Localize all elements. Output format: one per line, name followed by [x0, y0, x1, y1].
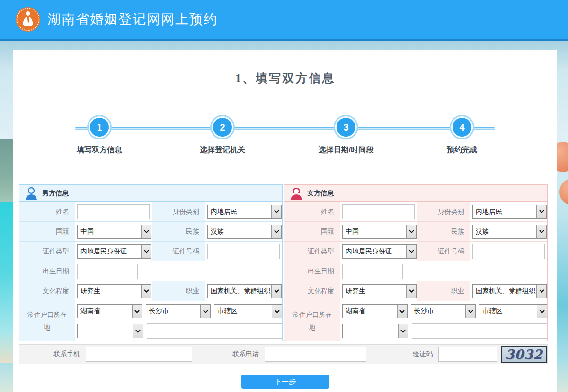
female-address-input[interactable]	[412, 323, 547, 339]
chevron-down-icon	[536, 205, 546, 218]
female-district-select[interactable]: 市辖区	[479, 304, 547, 318]
next-step-button[interactable]: 下一步	[241, 375, 329, 389]
chevron-down-icon	[271, 205, 281, 218]
civil-affairs-logo-icon	[15, 7, 41, 32]
male-doc-no-input[interactable]	[207, 244, 280, 259]
step-4: 4 预约完成	[447, 118, 477, 155]
female-id-type-select[interactable]: 内地居民	[472, 205, 547, 219]
content-panel: 1、填写双方信息 1 填写双方信息 2 选择登记机关 3 选择日期/时间段 4 …	[13, 50, 557, 392]
male-city-select[interactable]: 长沙市	[146, 304, 211, 318]
chevron-down-icon	[271, 225, 281, 238]
step-4-circle: 4	[453, 118, 471, 137]
chevron-down-icon	[406, 225, 416, 238]
female-street-select[interactable]	[342, 324, 408, 338]
female-panel-header: 女方信息	[284, 184, 548, 202]
step-indicator: 1 填写双方信息 2 选择登记机关 3 选择日期/时间段 4 预约完成	[13, 111, 557, 163]
female-birth-label: 出生日期	[284, 261, 340, 281]
male-street-select[interactable]	[77, 324, 143, 338]
background-trees	[0, 139, 14, 203]
chevron-down-icon	[537, 305, 547, 318]
step-1-circle: 1	[90, 118, 109, 137]
female-ethnicity-select[interactable]: 汉族	[472, 225, 547, 239]
chevron-down-icon	[133, 324, 143, 338]
chevron-down-icon	[406, 285, 416, 298]
contact-bar: 联系手机 联系电话 验证码 3032	[19, 344, 548, 364]
male-ethnicity-select[interactable]: 汉族	[207, 225, 282, 239]
chevron-down-icon	[397, 305, 407, 318]
male-birth-label: 出生日期	[19, 261, 75, 281]
chevron-down-icon	[272, 305, 282, 318]
male-ethnicity-label: 民族	[152, 222, 205, 242]
female-doc-no-label: 证件号码	[417, 242, 470, 261]
step-3: 3 选择日期/时间段	[319, 118, 373, 155]
female-education-select[interactable]: 研究生	[342, 284, 417, 298]
male-residence-fields: 湖南省 长沙市 市辖区	[75, 301, 282, 341]
female-doc-type-label: 证件类型	[284, 242, 340, 261]
female-nationality-select[interactable]: 中国	[342, 225, 417, 239]
male-doc-type-select[interactable]: 内地居民身份证	[77, 244, 151, 259]
female-city-select[interactable]: 长沙市	[411, 304, 476, 318]
male-district-select[interactable]: 市辖区	[214, 304, 282, 318]
female-info-panel: 女方信息 姓名 身份类别 内地居民 国籍 中国 民族	[284, 184, 548, 341]
female-doc-no-input[interactable]	[472, 244, 545, 259]
mobile-input[interactable]	[86, 347, 192, 362]
female-province-select[interactable]: 湖南省	[342, 304, 408, 318]
male-nationality-label: 国籍	[19, 222, 75, 242]
captcha-input[interactable]	[438, 347, 497, 362]
male-address-input[interactable]	[147, 323, 282, 339]
phone-label: 联系电话	[198, 350, 265, 358]
male-residence-label: 常住户口所在地	[19, 301, 75, 341]
step-1: 1 填写双方信息	[77, 118, 122, 155]
captcha-label: 验证码	[372, 350, 438, 358]
male-occupation-select[interactable]: 国家机关、党群组织	[207, 284, 282, 298]
male-id-type-select[interactable]: 内地居民	[207, 205, 282, 219]
female-occupation-label: 职业	[417, 281, 470, 301]
male-empty-cell	[152, 261, 282, 281]
male-education-label: 文化程度	[19, 281, 75, 301]
male-education-select[interactable]: 研究生	[77, 284, 151, 298]
step-2: 2 选择登记机关	[200, 118, 245, 155]
female-residence-label: 常住户口所在地	[284, 301, 340, 341]
male-nationality-select[interactable]: 中国	[77, 225, 151, 239]
female-empty-cell	[417, 261, 547, 281]
female-doc-type-select[interactable]: 内地居民身份证	[342, 244, 417, 259]
step-1-label: 填写双方信息	[77, 145, 122, 155]
female-residence-fields: 湖南省 长沙市 市辖区	[340, 301, 547, 341]
phone-input[interactable]	[265, 347, 366, 362]
app-title: 湖南省婚姻登记网网上预约	[47, 10, 218, 28]
chevron-down-icon	[271, 285, 281, 298]
chevron-down-icon	[536, 285, 546, 298]
male-panel-title: 男方信息	[42, 189, 69, 198]
balloon-icon	[559, 179, 568, 205]
chevron-down-icon	[465, 305, 475, 318]
male-doc-type-label: 证件类型	[19, 242, 75, 261]
male-id-type-label: 身份类别	[152, 202, 205, 222]
female-name-input[interactable]	[342, 204, 415, 219]
female-occupation-select[interactable]: 国家机关、党群组织	[472, 284, 547, 298]
step-connector-line	[75, 127, 495, 130]
step-3-circle: 3	[337, 118, 355, 137]
chevron-down-icon	[200, 305, 210, 318]
page-title: 1、填写双方信息	[13, 70, 557, 86]
male-province-select[interactable]: 湖南省	[77, 304, 142, 318]
female-id-type-label: 身份类别	[417, 202, 470, 222]
step-2-circle: 2	[213, 118, 232, 137]
female-birth-date-input[interactable]	[342, 264, 403, 279]
app-header: 湖南省婚姻登记网网上预约	[0, 0, 568, 41]
chevron-down-icon	[141, 285, 151, 298]
male-avatar-icon	[25, 187, 37, 200]
background-water	[0, 202, 14, 363]
chevron-down-icon	[141, 245, 151, 258]
male-panel-header: 男方信息	[19, 184, 283, 202]
male-name-input[interactable]	[77, 204, 150, 219]
female-ethnicity-label: 民族	[417, 222, 470, 242]
male-occupation-label: 职业	[152, 281, 205, 301]
female-name-label: 姓名	[284, 202, 340, 222]
chevron-down-icon	[398, 324, 408, 338]
step-3-label: 选择日期/时间段	[319, 145, 373, 155]
captcha-image[interactable]: 3032	[501, 346, 547, 363]
male-name-label: 姓名	[19, 202, 75, 222]
female-avatar-icon	[290, 187, 302, 200]
male-birth-date-input[interactable]	[77, 264, 138, 279]
chevron-down-icon	[132, 305, 142, 318]
